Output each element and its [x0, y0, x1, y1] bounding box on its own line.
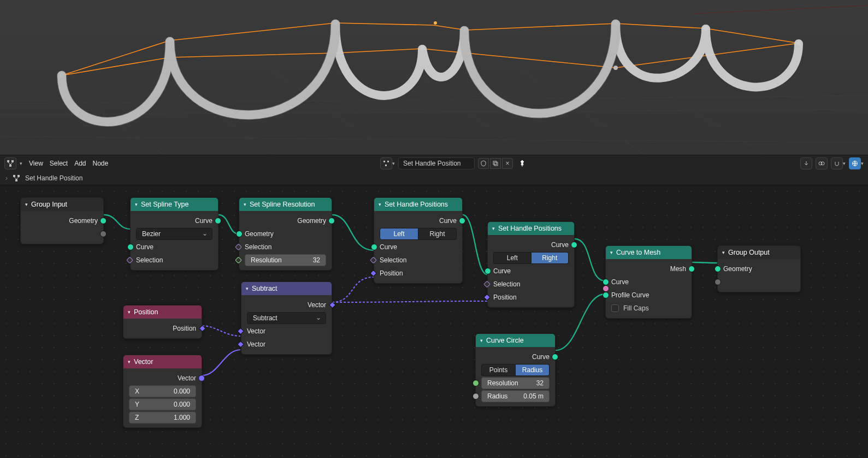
node-title[interactable]: ▾Vector	[123, 355, 202, 368]
curve-socket-in[interactable]	[603, 279, 609, 285]
handle-mode-toggle[interactable]: Left Right	[493, 252, 569, 264]
vector-x-field[interactable]: X0.000	[129, 385, 196, 397]
resolution-socket[interactable]	[473, 380, 479, 386]
node-position[interactable]: ▾Position Position	[123, 305, 202, 339]
node-set-spline-resolution[interactable]: ▾Set Spline Resolution Geometry Geometry…	[239, 197, 332, 271]
datablock-icon[interactable]	[380, 157, 392, 169]
fake-user-button[interactable]	[478, 158, 489, 169]
fillcaps-socket[interactable]	[603, 285, 609, 292]
node-tree-icon	[383, 160, 389, 167]
resolution-field[interactable]: Resolution32	[245, 254, 326, 266]
handle-right-btn[interactable]: Right	[418, 228, 457, 240]
geometry-socket[interactable]	[715, 266, 721, 272]
node-curve-to-mesh[interactable]: ▾Curve to Mesh Mesh Curve Profile Curve …	[605, 245, 692, 319]
vector-socket[interactable]	[329, 302, 336, 309]
collapse-icon: ▾	[722, 250, 725, 255]
node-title[interactable]: ▾Curve Circle	[476, 334, 555, 347]
node-editor-canvas[interactable]: ▾Group Input Geometry ▾Set Spline Type C…	[0, 185, 868, 458]
spline-type-select[interactable]: Bezier	[136, 228, 212, 240]
curve-socket-in[interactable]	[127, 244, 134, 250]
node-title[interactable]: ▾Set Spline Type	[131, 198, 218, 211]
menu-select[interactable]: Select	[50, 160, 68, 167]
node-title[interactable]: ▾Subtract	[241, 282, 332, 295]
node-set-spline-type[interactable]: ▾Set Spline Type Curve Bezier Curve Sele…	[130, 197, 219, 271]
snap-icon	[834, 160, 840, 167]
pin-button[interactable]	[516, 157, 528, 169]
collapse-icon: ▾	[135, 202, 138, 207]
unlink-button[interactable]	[490, 158, 501, 169]
empty-socket[interactable]	[715, 279, 721, 285]
position-socket[interactable]	[199, 325, 206, 332]
node-group-output[interactable]: ▾Group Output Geometry	[717, 245, 801, 292]
mesh-socket[interactable]	[688, 266, 695, 272]
toggle-2[interactable]	[816, 157, 828, 169]
node-vector[interactable]: ▾Vector Vector X0.000 Y0.000 Z1.000	[123, 355, 202, 428]
vector-socket[interactable]	[198, 375, 205, 381]
mode-toggle[interactable]: Points Radius	[481, 364, 550, 376]
position-socket[interactable]	[370, 270, 377, 277]
vector-a-socket[interactable]	[237, 328, 244, 335]
curve-socket[interactable]	[459, 218, 465, 224]
socket-label: Position	[380, 269, 403, 277]
toggle-4[interactable]	[849, 157, 861, 169]
toggle-3[interactable]	[831, 157, 843, 169]
geometry-socket-in[interactable]	[236, 231, 243, 237]
menu-add[interactable]: Add	[74, 160, 86, 167]
editor-type-icon[interactable]	[4, 157, 16, 169]
node-title[interactable]: ▾Set Handle Positions	[488, 222, 574, 235]
selection-socket[interactable]	[370, 257, 377, 264]
node-title[interactable]: ▾Position	[123, 306, 202, 319]
handle-mode-toggle[interactable]: Left Right	[380, 228, 457, 240]
socket-label: Curve	[532, 353, 550, 361]
breadcrumb-label[interactable]: Set Handle Position	[25, 174, 82, 182]
socket-label: Position	[493, 293, 517, 301]
menu-view[interactable]: View	[29, 160, 43, 167]
selection-socket[interactable]	[483, 281, 491, 288]
node-title[interactable]: ▾Curve to Mesh	[606, 246, 692, 259]
curve-socket-in[interactable]	[485, 268, 491, 274]
curve-socket[interactable]	[571, 242, 577, 248]
vector-z-field[interactable]: Z1.000	[129, 412, 196, 424]
geometry-socket[interactable]	[100, 218, 107, 224]
close-button[interactable]: ×	[502, 158, 513, 169]
node-set-handle-positions-right[interactable]: ▾Set Handle Positions Curve Left Right C…	[487, 221, 575, 308]
selection-socket[interactable]	[235, 244, 242, 251]
handle-left-btn[interactable]: Left	[380, 228, 418, 240]
vector-y-field[interactable]: Y0.000	[129, 398, 196, 410]
position-socket[interactable]	[483, 294, 491, 301]
node-title[interactable]: ▾Set Spline Resolution	[239, 198, 332, 211]
node-title[interactable]: ▾Group Output	[718, 246, 800, 259]
chevron-down-icon: ▾	[20, 161, 22, 166]
toggle-1[interactable]	[800, 157, 812, 169]
node-group-input[interactable]: ▾Group Input Geometry	[20, 197, 104, 244]
viewport-3d[interactable]	[0, 0, 868, 155]
operation-select[interactable]: Subtract	[247, 312, 326, 324]
curve-socket[interactable]	[215, 218, 221, 224]
curve-socket-in[interactable]	[371, 244, 377, 250]
node-title[interactable]: ▾Group Input	[21, 198, 103, 211]
radius-socket[interactable]	[473, 393, 479, 400]
points-btn[interactable]: Points	[481, 364, 516, 376]
circle-resolution-field[interactable]: Resolution32	[481, 377, 550, 389]
circle-radius-field[interactable]: Radius0.05 m	[481, 390, 550, 402]
vector-b-socket[interactable]	[237, 341, 244, 348]
node-group-name-field[interactable]: Set Handle Position	[398, 157, 475, 169]
socket-label: Curve	[551, 241, 569, 249]
resolution-socket[interactable]	[235, 257, 242, 264]
empty-socket[interactable]	[100, 231, 107, 237]
geometry-socket[interactable]	[328, 218, 335, 224]
selection-socket[interactable]	[126, 257, 133, 264]
node-subtract[interactable]: ▾Subtract Vector Subtract Vector Vector	[241, 281, 332, 355]
world-icon	[852, 160, 858, 167]
node-set-handle-positions-left[interactable]: ▾Set Handle Positions Curve Left Right C…	[374, 197, 463, 284]
handle-left-btn[interactable]: Left	[493, 252, 532, 264]
svg-rect-36	[15, 179, 17, 181]
handle-right-btn[interactable]: Right	[532, 252, 569, 264]
node-title[interactable]: ▾Set Handle Positions	[374, 198, 462, 211]
menu-node[interactable]: Node	[93, 160, 109, 167]
fillcaps-checkbox[interactable]	[611, 304, 619, 312]
curve-socket[interactable]	[552, 354, 558, 360]
node-curve-circle[interactable]: ▾Curve Circle Curve Points Radius Resolu…	[475, 333, 556, 407]
radius-btn[interactable]: Radius	[516, 364, 550, 376]
profile-socket[interactable]	[603, 292, 609, 298]
